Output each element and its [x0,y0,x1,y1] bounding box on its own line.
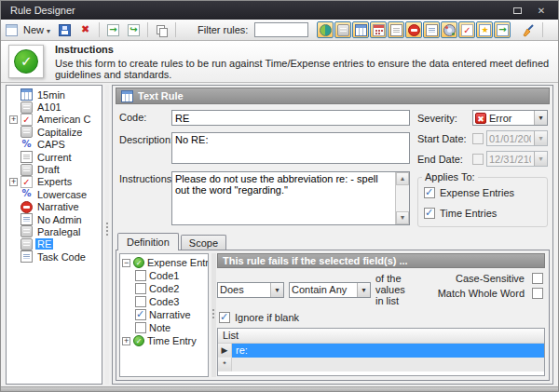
ignore-if-blank-checkbox[interactable] [219,312,230,323]
rule-item-label: CAPS [35,139,67,150]
save-button[interactable] [56,22,74,38]
main-area: 15minA101American CCapitalizeCAPSCurrent… [1,83,558,386]
sidebar-item-a101[interactable]: A101 [9,101,102,113]
arrow-window-icon [497,24,509,36]
filter-toggle-calendar[interactable] [370,21,387,38]
time-entries-checkbox[interactable] [424,208,435,219]
tab-scope[interactable]: Scope [181,235,226,250]
collapse-icon[interactable] [122,259,130,267]
field-note-checkbox[interactable] [135,322,146,333]
field-tree-time-entry[interactable]: Time Entry [122,334,208,347]
rule-item-label: Narrative [35,201,81,212]
filter-toggle-document-lines[interactable] [423,21,440,38]
sidebar-item-re[interactable]: RE [9,238,102,250]
sidebar-item-narrative[interactable]: Narrative [9,201,102,213]
field-tree-expense-entry[interactable]: Expense Entry [122,256,208,269]
instructions-input[interactable]: Please do not use the abbreviation re: -… [172,172,395,224]
import-button[interactable] [125,22,143,38]
expand-icon[interactable] [122,337,130,345]
filter-toggle-no-sign[interactable] [405,21,422,38]
list-row[interactable]: ▶re: [218,344,544,358]
field-note-row[interactable]: Note [122,321,208,334]
list-cell-value[interactable]: re: [232,344,544,358]
sidebar-item-paralegal[interactable]: Paralegal [9,225,102,237]
filter-toggle-gray-doc[interactable] [334,21,351,38]
sidebar-item-15min[interactable]: 15min [9,88,102,101]
start-date-select[interactable]: 01/01/2000 [486,130,548,146]
export-button[interactable] [104,22,122,38]
scroll-up-icon[interactable] [396,172,409,185]
field-code3-checkbox[interactable] [135,296,146,307]
field-code3-row[interactable]: Code3 [122,295,208,308]
copy-icon [156,24,168,36]
filter-rules-input[interactable] [254,22,308,37]
operator-select[interactable]: Does [217,282,284,298]
condition-dropdown-icon[interactable] [357,283,370,297]
filter-toggle-coin[interactable] [317,21,334,38]
end-date-checkbox[interactable] [472,154,484,165]
copy-button[interactable] [153,22,170,38]
case-sensitive-checkbox[interactable] [532,273,543,284]
sidebar-item-american-c[interactable]: American C [9,114,102,126]
filter-toggle-gear[interactable] [441,21,457,38]
rule-editor-panel: Text Rule Code: Description: No RE: Inst… [112,85,553,385]
rule-form: Code: Description: No RE: Instructions: … [116,104,550,231]
field-narrative-row[interactable]: Narrative [122,308,208,321]
match-whole-word-checkbox[interactable] [532,288,543,299]
list-new-row[interactable]: * [218,358,544,372]
filter-toggle-table[interactable] [352,21,369,38]
sidebar-item-no-admin[interactable]: No Admin [9,213,102,225]
operator-dropdown-icon[interactable] [270,283,283,297]
instructions-icon-box [8,45,44,78]
toolbar: New Filter rules: [1,20,558,41]
sidebar-splitter[interactable] [105,85,109,385]
sidebar-item-current[interactable]: Current [9,151,102,163]
start-date-checkbox[interactable] [472,133,484,144]
new-button[interactable]: New [20,22,53,37]
delete-button[interactable] [76,22,94,38]
sidebar-item-experts[interactable]: Experts [9,176,102,188]
list-cell-value[interactable] [232,358,544,372]
sidebar-item-capitalize[interactable]: Capitalize [9,126,102,138]
gray-doc-icon [20,225,33,237]
severity-select[interactable]: Error [472,110,548,126]
end-date-select[interactable]: 12/31/2100 [486,151,548,167]
instructions-banner-title: Instructions [55,44,551,55]
applies-expense-row: Expense Entries [424,187,541,198]
expand-icon[interactable] [9,115,18,124]
code-label: Code: [119,110,171,123]
format-brush-button[interactable] [518,21,538,39]
expand-icon[interactable] [9,178,18,186]
description-label: Description: [119,132,171,145]
code-input[interactable] [171,110,410,126]
percent-icon [20,188,33,200]
field-tree-splitter[interactable] [211,253,216,377]
rule-item-label: Lowercase [35,189,89,200]
minimize-button[interactable] [510,4,525,17]
close-button[interactable] [534,4,549,17]
sidebar-item-draft[interactable]: Draft [9,163,102,175]
expense-entries-checkbox[interactable] [424,187,435,198]
condition-select[interactable]: Contain Any [289,282,371,298]
instructions-scrollbar[interactable] [395,172,409,224]
table-icon [355,24,367,36]
filter-toggle-arrow-window[interactable] [494,21,511,38]
applies-time-row: Time Entries [424,208,541,219]
sidebar-item-lowercase[interactable]: Lowercase [9,188,102,200]
severity-dropdown-icon[interactable] [534,111,547,125]
sidebar-item-task-code[interactable]: Task Code [9,250,102,263]
scroll-down-icon[interactable] [396,211,409,224]
tab-definition[interactable]: Definition [117,233,179,250]
field-code2-row[interactable]: Code2 [122,282,208,295]
field-code2-checkbox[interactable] [135,283,146,294]
chevron-down-icon [47,24,50,35]
filter-toggle-document[interactable] [388,21,404,38]
field-code1-row[interactable]: Code1 [122,269,208,282]
field-code1-checkbox[interactable] [135,270,146,281]
description-input[interactable]: No RE: [171,132,410,164]
sidebar-item-caps[interactable]: CAPS [9,139,102,151]
filter-toggle-red-check[interactable] [458,21,475,38]
titlebar[interactable]: Rule Designer [1,1,558,20]
field-narrative-checkbox[interactable] [135,309,146,320]
filter-toggle-star-window[interactable] [476,21,493,38]
